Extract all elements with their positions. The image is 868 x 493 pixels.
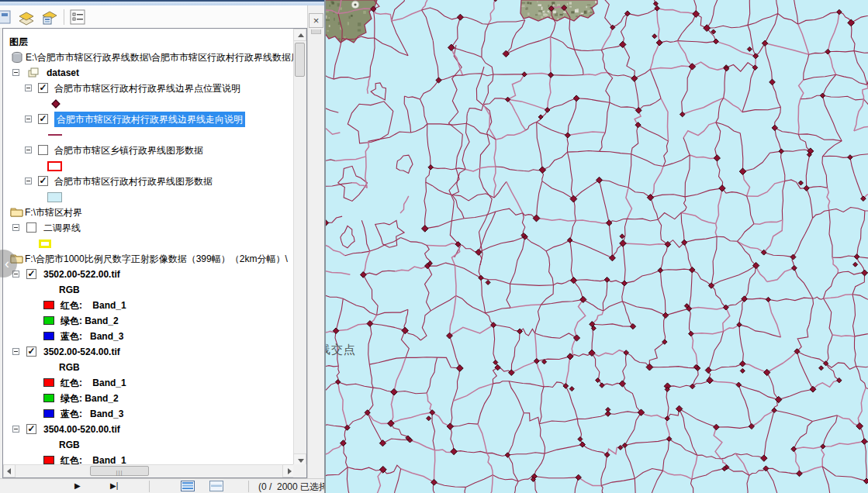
tree-item-label: 红色: Band_1 <box>61 298 126 313</box>
raster-3504-520[interactable]: ✓3504.00-520.00.tif <box>3 422 307 437</box>
expand-collapse-box[interactable] <box>25 147 32 153</box>
folder-village-border[interactable]: F:\市辖区村界 <box>3 205 307 220</box>
tree-item-label: 蓝色: Band_3 <box>61 329 123 344</box>
layer-visibility-checkbox[interactable]: ✓ <box>26 424 36 434</box>
application-window: × 图层E:\合肥市市辖区行政界线数据\合肥市市辖区行政村行政界线数据库data… <box>0 0 868 493</box>
tree-item-label[interactable]: 3504.00-520.00.tif <box>43 422 120 437</box>
legend-symbol-rect-cyan[interactable] <box>47 192 62 202</box>
rgb-heading[interactable]: RGB <box>3 437 307 453</box>
layer-town-boundary[interactable]: 合肥市市辖区乡镇行政界线图形数据 <box>3 143 307 158</box>
layer-visibility-checkbox[interactable]: ✓ <box>38 114 48 124</box>
map-view[interactable]: 线交点 <box>326 0 868 493</box>
band-blue[interactable]: 蓝色: Band_3 <box>3 329 307 344</box>
folder-icon <box>10 206 22 219</box>
clipped-edge-icon[interactable] <box>0 8 13 26</box>
tree-item-label[interactable]: F:\市辖区村界 <box>25 205 82 220</box>
rgb-heading[interactable]: RGB <box>3 360 307 375</box>
tree-item-label: 红色: Band_1 <box>61 375 126 391</box>
layer-visibility-checkbox[interactable] <box>38 145 48 155</box>
vscroll-thumb[interactable] <box>295 43 305 77</box>
scroll-left-button[interactable] <box>3 464 16 477</box>
map-canvas[interactable] <box>326 0 868 493</box>
footer-separator <box>248 481 249 492</box>
layer-visibility-checkbox[interactable]: ✓ <box>38 83 48 93</box>
dataset-item[interactable]: dataset <box>3 65 307 81</box>
tree-item-label: RGB <box>59 437 80 453</box>
horizontal-scrollbar[interactable]: ||| <box>3 464 295 477</box>
expand-collapse-box[interactable] <box>12 224 19 231</box>
hscroll-thumb[interactable]: ||| <box>90 466 149 476</box>
tree-item-label[interactable]: 合肥市市辖区行政村行政界线边界点位置说明 <box>54 81 240 96</box>
tree-item-label[interactable]: 图层 <box>9 34 28 50</box>
expand-collapse-box[interactable] <box>12 348 19 355</box>
tree-item-label[interactable]: 合肥市市辖区行政村行政界线边界线走向说明 <box>54 112 245 127</box>
list-by-drawing-order-icon[interactable] <box>17 8 36 26</box>
raster-3502-522[interactable]: ✓3502.00-522.00.tif <box>3 267 307 282</box>
layer-tree: 图层E:\合肥市市辖区行政界线数据\合肥市市辖区行政村行政界线数据库datase… <box>2 28 307 478</box>
expand-collapse-box[interactable] <box>25 115 32 122</box>
band-color-swatch <box>43 332 54 340</box>
scrollbar-corner <box>293 464 306 477</box>
close-panel-button[interactable]: × <box>309 13 323 28</box>
dataset-icon <box>27 67 40 79</box>
attribute-table-icon[interactable] <box>181 481 195 493</box>
legend-symbol-rect-yellow[interactable] <box>39 240 51 248</box>
expand-collapse-box[interactable] <box>12 69 19 76</box>
scroll-up-button[interactable] <box>293 29 306 41</box>
next-record-button[interactable]: ▶ <box>74 481 81 490</box>
vertical-scrollbar[interactable] <box>293 29 306 466</box>
band-color-swatch <box>43 394 54 402</box>
tree-item-label: 蓝色: Band_3 <box>61 406 123 422</box>
last-record-button[interactable]: ▶| <box>110 481 118 490</box>
tree-item-label[interactable]: 合肥市市辖区乡镇行政界线图形数据 <box>54 143 203 158</box>
expand-collapse-box[interactable] <box>25 178 32 184</box>
gdb-icon <box>11 51 23 64</box>
toc-options-icon[interactable] <box>68 8 87 26</box>
tree-item-label: 绿色: Band_2 <box>61 391 119 406</box>
symbol-boundary-line <box>3 127 307 143</box>
toolbar-separator <box>64 9 64 25</box>
gdb-source-item[interactable]: E:\合肥市市辖区行政界线数据\合肥市市辖区行政村行政界线数据库 <box>3 50 307 65</box>
layer-second-survey-line[interactable]: 二调界线 <box>3 220 307 236</box>
layer-visibility-checkbox[interactable]: ✓ <box>26 269 36 279</box>
tree-item-label[interactable]: F:\合肥市1000比例尺数字正射影像数据（399幅）（2km分幅）\ <box>25 251 288 267</box>
band-color-swatch <box>43 301 54 309</box>
layer-visibility-checkbox[interactable]: ✓ <box>38 176 48 186</box>
expand-collapse-box[interactable] <box>25 84 32 91</box>
band-blue[interactable]: 蓝色: Band_3 <box>3 406 307 422</box>
record-navigation-bar: ▶ ▶| (0 / 2000 已选择) <box>0 478 326 493</box>
list-by-source-icon[interactable] <box>40 8 59 26</box>
tree-item-label: 绿色: Band_2 <box>61 313 119 329</box>
layer-village-boundary[interactable]: ✓合肥市市辖区行政村行政界线图形数据 <box>3 174 307 189</box>
tree-item-label[interactable]: E:\合肥市市辖区行政界线数据\合肥市市辖区行政村行政界线数据库 <box>26 50 300 65</box>
tree-item-label: RGB <box>59 360 80 375</box>
band-red[interactable]: 红色: Band_1 <box>3 375 307 391</box>
tree-item-label[interactable]: 3502.00-522.00.tif <box>43 267 120 282</box>
tree-item-label[interactable]: 3502.00-524.00.tif <box>43 344 120 360</box>
expand-collapse-box[interactable] <box>12 426 19 433</box>
layer-visibility-checkbox[interactable]: ✓ <box>26 346 36 357</box>
symbol-village-boundary <box>3 189 307 205</box>
legend-symbol-line[interactable] <box>48 134 62 136</box>
raster-3502-524[interactable]: ✓3502.00-524.00.tif <box>3 344 307 360</box>
layer-visibility-checkbox[interactable] <box>26 222 36 233</box>
folder-ortho-imagery[interactable]: F:\合肥市1000比例尺数字正射影像数据（399幅）（2km分幅）\ <box>3 251 307 267</box>
dataframe-layers[interactable]: 图层 <box>3 34 307 50</box>
layer-boundary-point-desc[interactable]: ✓合肥市市辖区行政村行政界线边界点位置说明 <box>3 81 307 96</box>
band-color-swatch <box>43 378 54 387</box>
band-red[interactable]: 红色: Band_1 <box>3 298 307 313</box>
tree-item-label[interactable]: 合肥市市辖区行政村行政界线图形数据 <box>54 174 213 189</box>
rgb-heading[interactable]: RGB <box>3 282 307 298</box>
window-title-strip <box>0 0 326 5</box>
selection-count-text: (0 / 2000 已选择) <box>258 481 331 493</box>
toc-toolbar <box>0 5 307 29</box>
tree-item-label[interactable]: dataset <box>47 65 79 81</box>
legend-symbol-rect-red[interactable] <box>47 161 62 171</box>
legend-symbol-diamond[interactable] <box>51 99 60 108</box>
band-green[interactable]: 绿色: Band_2 <box>3 391 307 406</box>
tree-item-label[interactable]: 二调界线 <box>43 220 81 236</box>
layer-boundary-line-desc[interactable]: ✓合肥市市辖区行政村行政界线边界线走向说明 <box>3 112 307 127</box>
show-selected-records-icon[interactable] <box>209 481 223 493</box>
band-color-swatch <box>43 409 54 418</box>
band-green[interactable]: 绿色: Band_2 <box>3 313 307 329</box>
